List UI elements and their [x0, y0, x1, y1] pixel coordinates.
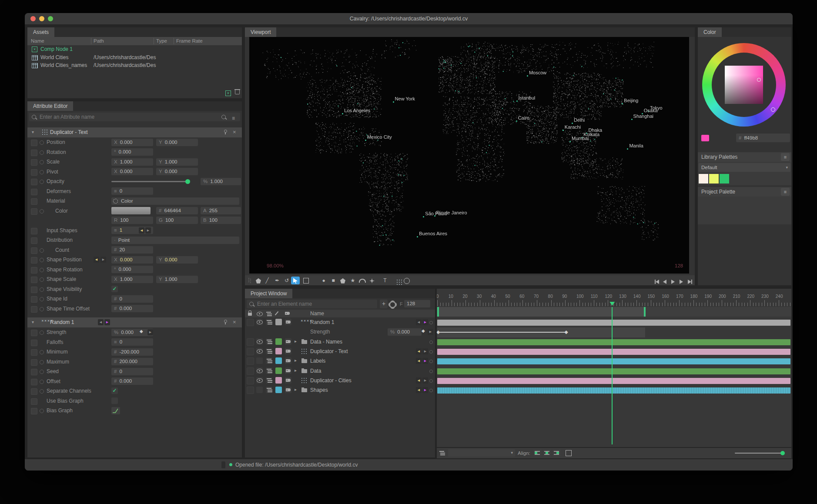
- keyframe-toggle[interactable]: [40, 389, 44, 394]
- tool-star-icon[interactable]: ★: [348, 277, 357, 284]
- new-comp-icon[interactable]: ×: [225, 90, 231, 96]
- project-row-duplicator-text[interactable]: Duplicator - Text◀▶: [245, 347, 435, 356]
- option-chip[interactable]: ·Point: [111, 237, 239, 244]
- close-icon[interactable]: ×: [233, 319, 236, 325]
- timeline-zoom-slider-knob[interactable]: [780, 451, 785, 455]
- tab-attribute-editor[interactable]: Attribute Editor: [27, 101, 73, 111]
- tool-pentagon-icon[interactable]: [338, 277, 347, 284]
- tab-viewport[interactable]: Viewport: [245, 27, 276, 37]
- attr-field[interactable]: ≡0: [111, 338, 153, 346]
- attr-field-b[interactable]: B100: [201, 217, 241, 224]
- current-color-swatch[interactable]: [701, 135, 709, 141]
- tag-cell[interactable]: [285, 319, 291, 325]
- sv-indicator[interactable]: [757, 78, 761, 82]
- tool-text-icon[interactable]: T: [381, 277, 389, 284]
- chevron-down-icon[interactable]: ▾: [32, 130, 34, 134]
- tool-square-icon[interactable]: ■: [329, 277, 338, 284]
- tag-cell[interactable]: [285, 367, 291, 374]
- attr-checkbox[interactable]: [31, 398, 37, 405]
- attr-field[interactable]: #-200.000: [111, 348, 153, 356]
- lock-cell[interactable]: [247, 338, 254, 346]
- play-button[interactable]: [671, 277, 675, 284]
- attr-checkbox[interactable]: [31, 267, 37, 274]
- connection-in-icon[interactable]: ◀: [139, 227, 144, 234]
- attr-checkbox[interactable]: [31, 330, 37, 336]
- attr-field[interactable]: X0.000: [111, 139, 153, 146]
- work-start-marker[interactable]: [437, 307, 439, 317]
- connection-out-icon[interactable]: ▶: [422, 358, 428, 364]
- attr-field[interactable]: #0.000: [111, 377, 153, 385]
- align-left-button[interactable]: [533, 449, 542, 457]
- attr-field[interactable]: °0.000: [111, 266, 153, 273]
- expand-arrow-icon[interactable]: ▸: [295, 358, 297, 363]
- connection-out-icon[interactable]: ▶: [422, 348, 428, 354]
- timeline-bar-3[interactable]: [437, 349, 790, 355]
- keyframe-ring-icon[interactable]: [429, 350, 433, 354]
- attr-checkbox[interactable]: [31, 287, 37, 293]
- asset-row[interactable]: World Cities/Users/chrishardcastle/Des: [27, 53, 242, 62]
- viewport-canvas[interactable]: MoscowNew YorkIstanbulLos AngelesCairoMe…: [249, 37, 689, 274]
- connection-in-icon[interactable]: ◀: [416, 319, 422, 325]
- step-back-button[interactable]: [663, 277, 666, 284]
- project-row-strength[interactable]: Strength%0.000◆▶: [245, 327, 435, 337]
- skip-start-button[interactable]: [655, 277, 659, 284]
- titlebar[interactable]: Cavalry: /Users/chrishardcastle/Desktop/…: [25, 13, 793, 25]
- keyframe-toggle[interactable]: [40, 409, 44, 413]
- eyedropper-icon[interactable]: [275, 311, 279, 316]
- keyframe-toggle[interactable]: [40, 277, 44, 282]
- attr-field[interactable]: #200.000: [111, 358, 153, 365]
- timeline-zoom-slider-track[interactable]: [735, 453, 783, 454]
- hue-wheel[interactable]: [702, 43, 786, 127]
- keyframe-toggle[interactable]: [40, 140, 44, 145]
- opacity-slider-track[interactable]: [111, 181, 188, 182]
- attr-field[interactable]: Y0.000: [156, 139, 198, 146]
- work-end-marker[interactable]: [644, 307, 646, 317]
- keyframe-toggle[interactable]: [40, 150, 44, 155]
- attr-field[interactable]: X1.000: [111, 158, 153, 166]
- attr-field[interactable]: ≡0: [111, 187, 153, 195]
- step-forward-button[interactable]: [680, 277, 683, 284]
- timeline-panel[interactable]: 0102030405060708090100110120130140150160…: [437, 289, 791, 447]
- keyframe-toggle[interactable]: [40, 160, 44, 164]
- tool-rotate-icon[interactable]: ↺: [282, 277, 291, 284]
- bias-graph-chip[interactable]: [111, 407, 120, 414]
- connection-in-icon[interactable]: ◀: [98, 319, 104, 325]
- attr-checkbox[interactable]: [31, 150, 37, 156]
- keyframe-ring-icon[interactable]: [429, 370, 433, 373]
- timeline-bar-7[interactable]: [437, 387, 790, 394]
- tag-cell[interactable]: [285, 377, 291, 384]
- tab-color[interactable]: Color: [698, 27, 722, 37]
- work-range[interactable]: [437, 307, 645, 317]
- color-swatch-cell[interactable]: [275, 338, 282, 345]
- keyframe-ring-icon[interactable]: [429, 321, 433, 324]
- timeline-bar-2[interactable]: [437, 339, 790, 345]
- attr-field[interactable]: #0: [111, 368, 153, 375]
- project-row-labels[interactable]: ▸Labels◀▶: [245, 356, 435, 366]
- connection-out-icon[interactable]: ▶: [422, 319, 428, 325]
- expand-arrow-icon[interactable]: ▸: [295, 339, 297, 344]
- connection-in-icon[interactable]: ◀: [416, 348, 422, 354]
- status-grip-icon[interactable]: [221, 461, 225, 468]
- attr-checkbox[interactable]: [31, 159, 37, 166]
- expression-arrow-icon[interactable]: ▶: [428, 329, 433, 335]
- timeline-bar-0[interactable]: [437, 320, 790, 326]
- tool-line-icon[interactable]: ╱: [263, 277, 271, 284]
- menu-icon[interactable]: ≡: [232, 114, 235, 123]
- section-header-random-1[interactable]: ▾✕✕✕✕Random 1◀▶×: [27, 317, 242, 327]
- connection-in-icon[interactable]: ◀: [416, 387, 422, 393]
- section-header-duplicator-text[interactable]: ▾Duplicator - Text×: [27, 127, 242, 137]
- attribute-search-input[interactable]: Enter an Attribute name ≡: [29, 113, 240, 121]
- attr-checkbox[interactable]: [31, 388, 37, 395]
- keyframe-ring-icon[interactable]: [429, 389, 433, 392]
- frame-field[interactable]: 128: [404, 300, 430, 307]
- chevron-down-icon[interactable]: ▾: [32, 320, 34, 324]
- connection-in-icon[interactable]: ◀: [94, 257, 99, 263]
- attr-checkbox[interactable]: [31, 296, 37, 303]
- visibility-cell[interactable]: [256, 319, 263, 325]
- attr-field-g[interactable]: G100: [156, 217, 198, 224]
- attr-field[interactable]: Y0.000: [156, 256, 198, 264]
- keyframe-diamond[interactable]: ◆: [437, 329, 440, 335]
- tool-arc-icon[interactable]: [358, 277, 367, 284]
- tag-icon[interactable]: [285, 312, 290, 315]
- attr-field[interactable]: Y0.000: [156, 168, 198, 175]
